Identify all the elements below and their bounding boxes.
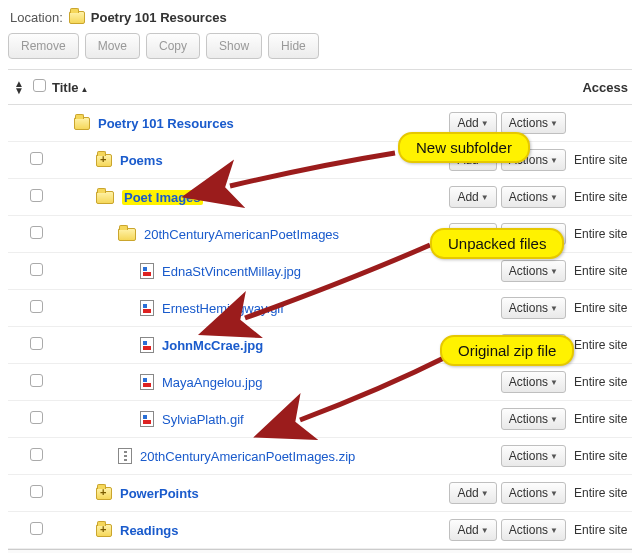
image-file-icon <box>140 300 154 316</box>
hide-button[interactable]: Hide <box>268 33 319 59</box>
item-link[interactable]: Poems <box>120 153 163 168</box>
access-header: Access <box>566 80 628 95</box>
actions-button[interactable]: Actions ▼ <box>501 519 566 541</box>
item-link[interactable]: ErnestHemingway.gif <box>162 301 284 316</box>
actions-button[interactable]: Actions ▼ <box>501 371 566 393</box>
access-value: Entire site <box>574 301 627 315</box>
sort-icon[interactable] <box>12 80 26 94</box>
table-row: EdnaStVincentMillay.jpgActions ▼Entire s… <box>8 253 632 290</box>
access-value: Entire site <box>574 486 627 500</box>
item-link[interactable]: PowerPoints <box>120 486 199 501</box>
folder-plus-icon <box>96 154 112 167</box>
table-row: Poet ImagesAdd ▼Actions ▼Entire site <box>8 179 632 216</box>
toolbar: Remove Move Copy Show Hide <box>8 33 632 59</box>
actions-button[interactable]: Actions ▼ <box>501 334 566 356</box>
table-row: PowerPointsAdd ▼Actions ▼Entire site <box>8 475 632 512</box>
location-folder: Poetry 101 Resources <box>91 10 227 25</box>
copy-button[interactable]: Copy <box>146 33 200 59</box>
table-row: MayaAngelou.jpgActions ▼Entire site <box>8 364 632 401</box>
add-button[interactable]: Add ▼ <box>449 482 496 504</box>
table-row: SylviaPlath.gifActions ▼Entire site <box>8 401 632 438</box>
show-button[interactable]: Show <box>206 33 262 59</box>
access-value: Entire site <box>574 449 627 463</box>
image-file-icon <box>140 411 154 427</box>
actions-button[interactable]: Actions ▼ <box>501 260 566 282</box>
select-all-checkbox[interactable] <box>33 79 46 92</box>
image-file-icon <box>140 337 154 353</box>
item-link[interactable]: Poet Images <box>122 190 203 205</box>
table-row: 20thCenturyAmericanPoetImages.zipActions… <box>8 438 632 475</box>
row-checkbox[interactable] <box>30 189 43 202</box>
row-checkbox[interactable] <box>30 448 43 461</box>
actions-button[interactable]: Actions ▼ <box>501 223 566 245</box>
actions-button[interactable]: Actions ▼ <box>501 186 566 208</box>
row-checkbox[interactable] <box>30 485 43 498</box>
item-link[interactable]: MayaAngelou.jpg <box>162 375 262 390</box>
item-link[interactable]: JohnMcCrae.jpg <box>162 338 263 353</box>
row-checkbox[interactable] <box>30 337 43 350</box>
item-link[interactable]: Poetry 101 Resources <box>98 116 234 131</box>
row-checkbox[interactable] <box>30 300 43 313</box>
move-button[interactable]: Move <box>85 33 140 59</box>
image-file-icon <box>140 374 154 390</box>
item-link[interactable]: EdnaStVincentMillay.jpg <box>162 264 301 279</box>
access-value: Entire site <box>574 264 627 278</box>
table-row: 20thCenturyAmericanPoetImagesAdd ▼Action… <box>8 216 632 253</box>
table-row: ReadingsAdd ▼Actions ▼Entire site <box>8 512 632 549</box>
add-button[interactable]: Add ▼ <box>449 519 496 541</box>
item-link[interactable]: Readings <box>120 523 179 538</box>
row-checkbox[interactable] <box>30 226 43 239</box>
add-button[interactable]: Add ▼ <box>449 149 496 171</box>
actions-button[interactable]: Actions ▼ <box>501 445 566 467</box>
actions-button[interactable]: Actions ▼ <box>501 482 566 504</box>
row-checkbox[interactable] <box>30 263 43 276</box>
row-checkbox[interactable] <box>30 411 43 424</box>
location-label: Location: <box>10 10 63 25</box>
folder-icon <box>74 117 90 130</box>
access-value: Entire site <box>574 227 627 241</box>
access-value: Entire site <box>574 523 627 537</box>
zip-file-icon <box>118 448 132 464</box>
row-checkbox[interactable] <box>30 374 43 387</box>
access-value: Entire site <box>574 153 627 167</box>
actions-button[interactable]: Actions ▼ <box>501 149 566 171</box>
access-value: Entire site <box>574 412 627 426</box>
folder-plus-icon <box>96 487 112 500</box>
add-button[interactable]: Add ▼ <box>449 186 496 208</box>
table-row: PoemsAdd ▼Actions ▼Entire site <box>8 142 632 179</box>
actions-button[interactable]: Actions ▼ <box>501 297 566 319</box>
folder-icon <box>69 11 85 24</box>
folder-open-icon <box>118 228 136 241</box>
access-value: Entire site <box>574 375 627 389</box>
row-checkbox[interactable] <box>30 152 43 165</box>
table-row: Poetry 101 ResourcesAdd ▼Actions ▼ <box>8 105 632 142</box>
add-button[interactable]: Add ▼ <box>449 223 496 245</box>
table-row: ErnestHemingway.gifActions ▼Entire site <box>8 290 632 327</box>
actions-button[interactable]: Actions ▼ <box>501 112 566 134</box>
actions-button[interactable]: Actions ▼ <box>501 408 566 430</box>
item-link[interactable]: 20thCenturyAmericanPoetImages.zip <box>140 449 355 464</box>
remove-button[interactable]: Remove <box>8 33 79 59</box>
table-row: JohnMcCrae.jpgActions ▼Entire site <box>8 327 632 364</box>
add-button[interactable]: Add ▼ <box>449 112 496 134</box>
title-header[interactable]: Title▲ <box>52 80 88 95</box>
copy-content-accordion[interactable]: Copy Content from My Other Sites <box>8 549 632 553</box>
breadcrumb: Location: Poetry 101 Resources <box>10 10 630 25</box>
item-link[interactable]: SylviaPlath.gif <box>162 412 244 427</box>
folder-plus-icon <box>96 524 112 537</box>
access-value: Entire site <box>574 190 627 204</box>
folder-open-icon <box>96 191 114 204</box>
row-checkbox[interactable] <box>30 522 43 535</box>
access-value: Entire site <box>574 338 627 352</box>
item-link[interactable]: 20thCenturyAmericanPoetImages <box>144 227 339 242</box>
image-file-icon <box>140 263 154 279</box>
table-header: Title▲ Access <box>8 69 632 105</box>
